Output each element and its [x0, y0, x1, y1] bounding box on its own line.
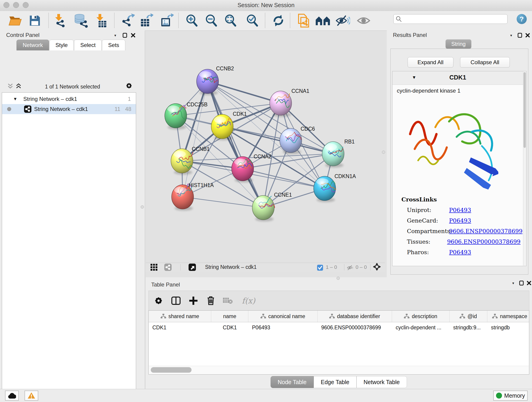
zoom-out-icon[interactable] [203, 13, 219, 28]
edge-HIST1H1A-CCNE1[interactable] [183, 197, 263, 208]
column-header-database-identifier[interactable]: database identifier [317, 311, 392, 322]
zoom-fit-icon[interactable] [223, 13, 238, 28]
table-scroll-thumb[interactable] [151, 367, 191, 373]
shared-column-icon [260, 314, 266, 319]
float-panel-icon[interactable] [518, 280, 525, 286]
tab-style[interactable]: Style [49, 40, 74, 51]
delete-table-icon[interactable] [222, 295, 234, 306]
tab-network[interactable]: Network [17, 40, 49, 51]
column-header-shared-name[interactable]: shared name [149, 311, 211, 322]
search-field[interactable] [404, 16, 507, 22]
float-panel-icon[interactable] [121, 32, 128, 38]
hide-selected-icon[interactable] [335, 13, 351, 28]
network-row[interactable]: String Network – cdk1 11 48 [2, 104, 136, 114]
warnings-button[interactable] [25, 390, 38, 401]
crosslink-link[interactable]: P06493 [449, 207, 471, 213]
edge-CCNB2-HIST1H1A[interactable] [183, 81, 208, 197]
delete-column-icon[interactable] [205, 295, 217, 306]
table-horizontal-scrollbar[interactable] [149, 366, 529, 374]
crosslink-row: Tissues:9606.ENSP00000378699 [401, 238, 520, 245]
cloud-status-button[interactable] [5, 390, 19, 401]
expand-all-button[interactable]: Expand All [408, 57, 453, 68]
edge-CCNB2-CCNA1[interactable] [208, 81, 281, 103]
node-label-CDK1: CDK1 [233, 111, 247, 117]
search-input[interactable] [393, 14, 507, 24]
zoom-in-icon[interactable] [184, 13, 200, 28]
import-network-database-icon[interactable] [73, 13, 89, 28]
import-table-icon[interactable] [93, 13, 108, 28]
selected-checkbox[interactable] [316, 264, 324, 271]
results-scroll-thumb[interactable] [524, 72, 526, 148]
netbar-separator [180, 264, 181, 270]
save-session-icon[interactable] [27, 13, 43, 28]
table-settings-gear-icon[interactable] [152, 295, 165, 306]
crosslink-link[interactable]: P06493 [449, 249, 471, 255]
edge-CCNB2-CCNE1[interactable] [208, 81, 263, 208]
export-image-icon[interactable] [159, 13, 174, 28]
panel-menu-icon[interactable]: ▾ [508, 32, 515, 38]
tab-select[interactable]: Select [74, 40, 102, 51]
collapse-triangle-icon[interactable]: ▼ [13, 96, 17, 102]
network-options-gear-icon[interactable] [126, 83, 133, 89]
birdseye-icon[interactable] [373, 263, 381, 270]
tab-edge-table[interactable]: Edge Table [314, 376, 356, 388]
node-CDC25B[interactable]: CDC25B [165, 102, 208, 129]
node-CCNA1[interactable]: CCNA1 [270, 88, 309, 117]
column-header--id[interactable]: @id [450, 311, 487, 322]
bottom-splitter-handle[interactable] [336, 277, 340, 280]
crosslink-link[interactable]: 9606.ENSP00000378699 [449, 228, 523, 235]
node-CCNB2[interactable]: CCNB2 [196, 65, 234, 95]
column-header-canonical-name[interactable]: canonical name [248, 311, 317, 322]
grid-view-icon[interactable] [150, 264, 158, 271]
left-splitter-handle[interactable] [141, 205, 144, 209]
node-HIST1H1A[interactable]: HIST1H1A [172, 182, 214, 211]
results-tab-string[interactable]: String [446, 39, 471, 49]
column-header-description[interactable]: description [392, 311, 450, 322]
refresh-layout-icon[interactable] [271, 13, 286, 28]
close-panel-icon[interactable] [526, 280, 532, 286]
collapse-all-button[interactable]: Collapse All [460, 57, 510, 68]
tab-node-table[interactable]: Node Table [271, 376, 314, 388]
export-network-icon[interactable] [120, 13, 135, 28]
open-session-icon[interactable] [7, 13, 23, 28]
help-icon[interactable]: ? [517, 14, 527, 24]
column-header-namespace[interactable]: namespace [487, 311, 529, 322]
right-splitter-handle[interactable] [382, 151, 385, 154]
import-network-file-icon[interactable] [51, 13, 67, 28]
memory-button[interactable]: Memory [493, 390, 528, 401]
crosslink-link[interactable]: P06493 [449, 217, 471, 224]
results-scrollbar[interactable] [523, 71, 526, 266]
network-canvas[interactable]: CCNB2CCNA1CDC25BCDK1CDC6RB1CCNB1CCNA2CDK… [146, 31, 385, 263]
show-columns-icon[interactable] [170, 295, 182, 306]
edge-CCNA2-CDKN1A[interactable] [243, 169, 325, 188]
tab-sets[interactable]: Sets [102, 40, 125, 51]
first-neighbors-icon[interactable] [315, 13, 331, 28]
close-panel-icon[interactable] [130, 32, 137, 38]
close-panel-icon[interactable] [524, 32, 531, 38]
gene-entry-header[interactable]: ▼ CDK1 [393, 71, 523, 85]
crosslinks-title: CrossLinks [401, 196, 520, 203]
show-all-icon[interactable] [356, 13, 371, 28]
edge-CDK1-RB1[interactable] [222, 127, 333, 154]
crosslink-link[interactable]: 9606.ENSP00000378699 [447, 238, 520, 245]
panel-menu-icon[interactable]: ▾ [112, 32, 119, 38]
panel-menu-icon[interactable]: ▾ [510, 280, 517, 286]
export-table-icon[interactable] [138, 13, 154, 28]
open-in-window-icon[interactable] [188, 264, 196, 271]
node-table[interactable]: shared namenamecanonical namedatabase id… [148, 310, 529, 375]
duplicate-network-icon[interactable] [296, 13, 311, 28]
tab-network-table[interactable]: Network Table [356, 376, 407, 388]
node-CDKN1A[interactable]: CDKN1A [314, 173, 356, 202]
table-row[interactable]: CDK1CDK1P064939606.ENSP00000378699cyclin… [149, 322, 529, 333]
share-view-icon[interactable] [164, 264, 172, 271]
table-header-row: shared namenamecanonical namedatabase id… [149, 311, 529, 322]
node-CCNB1[interactable]: CCNB1 [171, 146, 210, 175]
column-header-name[interactable]: name [211, 311, 248, 322]
function-builder-icon[interactable]: f(x) [238, 295, 259, 306]
window-title: Session: New Session [0, 2, 532, 8]
network-collection-row[interactable]: ▼ String Network – cdk1 1 [2, 94, 136, 104]
zoom-selected-icon[interactable] [244, 13, 260, 28]
add-column-icon[interactable] [187, 295, 199, 306]
node-RB1[interactable]: RB1 [322, 139, 355, 167]
float-panel-icon[interactable] [516, 32, 523, 38]
